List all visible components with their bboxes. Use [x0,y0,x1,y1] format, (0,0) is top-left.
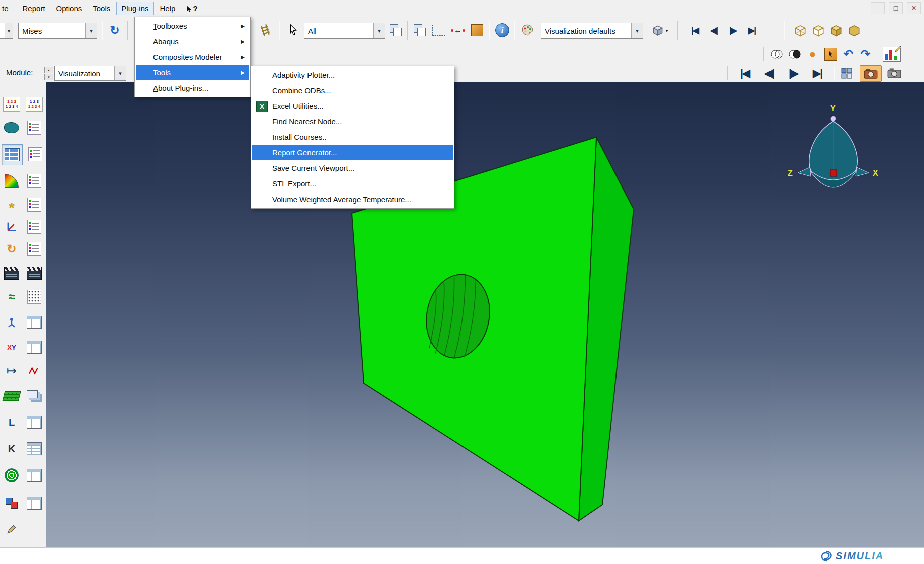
submenu-item-excel-utilities[interactable]: X Excel Utilities... [252,98,453,114]
toolbox-color-map-button[interactable] [2,171,22,191]
toolbox-l-plot-button[interactable]: L [2,412,22,432]
toolbox-deformed-shape-button[interactable] [2,312,22,332]
toolbox-field-output-options-button[interactable]: 1 2 31 2 3 4 [24,94,44,114]
menu-item-tools[interactable]: Tools ▶ [136,65,249,80]
toolbox-stress-rings-button[interactable] [2,465,22,485]
animation-next-button[interactable]: |▶ [784,65,803,81]
submenu-item-stl-export[interactable]: STL Export... [252,176,453,192]
submenu-item-install-courses[interactable]: Install Courses.. [252,129,453,145]
snapshot-button[interactable] [884,65,905,81]
module-combo[interactable]: Visualization ▾ [54,66,126,81]
toolbox-refresh-plot-button[interactable]: ↻ [2,239,22,259]
menu-item-toolboxes[interactable]: Toolboxes ▶ [136,18,249,34]
menu-item-composites-modeler[interactable]: Composites Modeler ▶ [136,49,249,65]
spin-down-icon[interactable]: ▼ [44,74,53,80]
measure-button[interactable]: ↔ [449,22,467,39]
field-output-combo[interactable]: Mises ▾ [18,23,97,39]
toolbox-xy-plot-button[interactable]: XY [2,337,22,357]
edit-selection-button[interactable] [430,22,447,39]
submenu-item-combine-odbs[interactable]: Combine ODBs... [252,83,453,98]
selection-filter-combo[interactable]: All ▾ [304,23,385,39]
toolbox-animate-scale-button[interactable] [2,263,22,283]
edit-chart-button[interactable] [881,46,903,62]
render-hidden-line-button[interactable] [810,22,827,39]
menubar-item-plugins[interactable]: Plug-ins [116,2,153,15]
toolbox-symbol-plot-button[interactable]: * [2,195,22,215]
menu-item-about-plugins[interactable]: About Plug-ins... [136,80,249,96]
toolbox-refresh-options-button[interactable] [24,239,44,259]
menubar-item-options[interactable]: Options [51,2,87,15]
sync-plot-button[interactable]: ↻ [106,22,123,39]
copy-viewport-button[interactable] [387,22,404,39]
maximize-button[interactable]: □ [889,2,903,14]
toolbox-xy-report-button[interactable] [24,337,44,357]
toolbox-material-orientation-button[interactable] [2,217,22,237]
layers-button[interactable] [411,22,428,39]
clipped-combo[interactable]: ▾ [0,23,13,39]
toolbox-create-path-button[interactable]: ↦ [2,361,22,381]
minimize-button[interactable]: – [871,2,885,14]
menubar-item-tools[interactable]: Tools [88,2,115,15]
toolbox-symbol-options-button[interactable] [24,195,44,215]
toolbox-animate-harmonic-button[interactable] [24,263,44,283]
create-display-group-button[interactable] [257,22,274,39]
view-cut-filled-button[interactable] [787,46,802,62]
frame-previous-button[interactable]: ◀| [705,22,722,39]
toolbox-k-plot-button[interactable]: K [2,439,22,459]
toolbox-contour-options-button[interactable] [25,144,45,164]
context-help-icon[interactable]: ? [186,4,197,13]
render-wireframe-button[interactable] [792,22,809,39]
toolbox-spectrum-button[interactable] [2,118,22,138]
print-viewport-button[interactable] [860,65,882,82]
animation-first-button[interactable]: |◀ [735,65,754,81]
redo-button[interactable]: ↷ [858,46,873,62]
frame-first-button[interactable]: |◀ [686,22,703,39]
toolbox-color-map-options-button[interactable] [24,171,44,191]
undo-button[interactable]: ↶ [841,46,856,62]
spin-up-icon[interactable]: ▲ [44,67,53,73]
menu-item-abaqus[interactable]: Abaqus ▶ [136,34,249,49]
toolbox-ply-stack-button[interactable] [24,386,44,406]
viewport[interactable]: Y X Z [46,82,924,547]
probe-values-button[interactable] [823,46,838,62]
animation-last-button[interactable]: ▶| [808,65,827,81]
toolbox-rings-report-button[interactable] [24,465,44,485]
render-beam-profiles-button[interactable] [469,22,486,39]
frame-next-button[interactable]: |▶ [724,22,741,39]
toolbox-animate-time-history-button[interactable]: ≈ [2,287,22,307]
toolbox-contour-plot-button[interactable] [2,144,23,165]
animation-previous-button[interactable]: ◀| [759,65,779,81]
toolbox-field-output-button[interactable]: 1 2 31 2 3 4 [2,94,22,114]
color-defaults-combo[interactable]: Visualization defaults ▾ [541,23,643,39]
submenu-item-adaptivity-plotter[interactable]: Adaptivity Plotter... [252,67,453,83]
viewport-tile-button[interactable] [839,65,855,81]
menubar-item-report[interactable]: Report [18,2,50,15]
toolbox-spectrum-options-button[interactable] [24,118,44,138]
toolbox-field-report-button[interactable] [24,312,44,332]
close-button[interactable]: × [907,2,921,14]
toolbox-orientation-options-button[interactable] [24,217,44,237]
menubar-item-help[interactable]: Help [155,2,181,15]
view-cut-ellipse-button[interactable] [768,46,784,62]
toolbox-annotate-button[interactable] [2,519,22,539]
view-triad[interactable]: Y X Z [788,104,878,187]
toolbox-spring-plot-button[interactable] [24,361,44,381]
toolbox-animation-options-button[interactable] [24,287,44,307]
color-code-button[interactable] [519,22,536,39]
select-tool-button[interactable] [285,22,302,39]
submenu-item-save-current-viewport[interactable]: Save Current Viewport... [252,160,453,176]
render-shaded-button[interactable] [828,22,845,39]
frame-last-button[interactable]: ▶| [743,22,760,39]
toolbox-compare-squares-button[interactable] [2,493,22,513]
highlight-circle-button[interactable]: ● [805,46,820,62]
submenu-item-find-nearest-node[interactable]: Find Nearest Node... [252,114,453,129]
menubar-item-truncated[interactable]: te [0,2,14,15]
module-spinner[interactable]: ▲ ▼ [44,67,53,80]
render-filled-button[interactable] [846,22,863,39]
view-cube-dropdown[interactable]: ▾ [647,22,672,39]
toolbox-l-report-button[interactable] [24,412,44,432]
toolbox-compare-report-button[interactable] [24,493,44,513]
query-info-button[interactable]: i [494,22,511,39]
submenu-item-report-generator[interactable]: Report Generator... [252,145,453,160]
toolbox-k-report-button[interactable] [24,439,44,459]
